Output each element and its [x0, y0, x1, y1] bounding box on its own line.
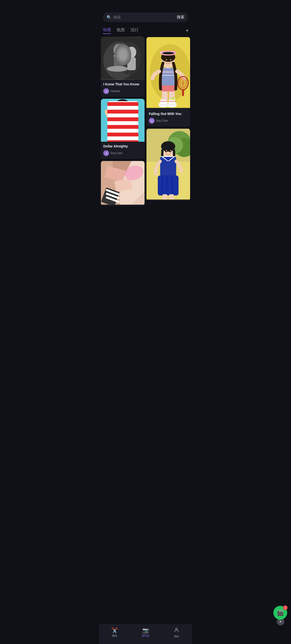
svg-rect-18 [114, 140, 131, 142]
svg-point-86 [170, 150, 171, 151]
card-3-title: Dollar Almighty [103, 144, 142, 148]
card-3-info: Dollar Almighty S Soy Core [101, 142, 144, 159]
svg-rect-57 [160, 100, 167, 104]
svg-rect-72 [164, 144, 172, 146]
tabs-row: 动感 氛围 流行 ▾ [99, 26, 192, 37]
card-1-avatar: H [103, 88, 109, 94]
svg-point-6 [127, 47, 136, 58]
card-3-image [101, 99, 144, 142]
search-bar[interactable]: 🔍 搜索 [103, 12, 188, 22]
svg-rect-81 [162, 194, 167, 200]
svg-rect-51 [182, 89, 184, 96]
chevron-down-icon[interactable]: ▾ [186, 28, 188, 33]
search-button[interactable]: 搜索 [177, 15, 184, 20]
card-2-title: Falling Out With You [149, 112, 188, 116]
svg-point-5 [107, 66, 128, 72]
card-1-author-name: haohao [110, 90, 120, 93]
svg-line-8 [114, 53, 116, 55]
card-5-image [101, 161, 144, 206]
card-1-image [101, 37, 144, 80]
card-2-info: Falling Out With You S Soy Core [146, 109, 190, 126]
search-bar-container: 🔍 搜索 [99, 10, 192, 26]
tab-donggan[interactable]: 动感 [103, 27, 111, 34]
search-icon: 🔍 [106, 15, 112, 20]
svg-point-11 [116, 103, 129, 118]
card-2-avatar: S [149, 118, 154, 124]
svg-point-9 [114, 55, 115, 56]
card-1-info: I Konw That You Know H haohao [101, 80, 144, 97]
svg-point-63 [166, 60, 167, 60]
svg-rect-15 [114, 120, 131, 123]
svg-rect-82 [169, 194, 174, 200]
svg-point-84 [169, 150, 172, 152]
svg-rect-77 [158, 176, 178, 196]
right-column: Falling Out With You S Soy Core [146, 37, 190, 206]
svg-rect-16 [114, 126, 131, 130]
card-1-title: I Konw That You Know [103, 82, 142, 86]
svg-rect-58 [169, 100, 175, 104]
svg-point-64 [170, 60, 171, 60]
svg-rect-10 [101, 99, 144, 142]
card-2-author-name: Soy Core [156, 119, 168, 122]
search-input[interactable] [113, 15, 175, 20]
card-1[interactable]: I Konw That You Know H haohao [101, 37, 144, 97]
svg-rect-17 [114, 133, 131, 136]
card-5[interactable] [101, 161, 144, 206]
cards-grid: I Konw That You Know H haohao [99, 37, 192, 225]
svg-point-44 [162, 52, 174, 54]
card-1-author: H haohao [103, 88, 142, 94]
card-4-image [146, 128, 190, 201]
svg-point-62 [169, 59, 172, 62]
tab-liuxing[interactable]: 流行 [130, 27, 138, 34]
card-4[interactable] [146, 128, 190, 201]
card-2-author: S Soy Core [149, 118, 188, 124]
svg-point-12 [114, 99, 131, 114]
tab-qiwei[interactable]: 氛围 [117, 27, 125, 34]
svg-rect-7 [127, 57, 136, 70]
svg-point-87 [154, 172, 158, 176]
left-column: I Konw That You Know H haohao [101, 37, 144, 206]
svg-point-61 [165, 59, 167, 62]
status-bar [99, 0, 192, 10]
card-2-image [146, 37, 190, 109]
card-3-author: S Soy Core [103, 150, 142, 156]
svg-point-83 [165, 150, 167, 152]
card-3[interactable]: Dollar Almighty S Soy Core [101, 99, 144, 159]
svg-rect-14 [114, 118, 131, 142]
svg-point-13 [116, 103, 128, 114]
card-3-author-name: Soy Core [110, 152, 122, 155]
svg-point-3 [113, 44, 124, 56]
card-3-avatar: S [103, 150, 109, 156]
svg-point-85 [166, 150, 167, 151]
svg-point-19 [120, 112, 125, 115]
card-2[interactable]: Falling Out With You S Soy Core [146, 37, 190, 126]
